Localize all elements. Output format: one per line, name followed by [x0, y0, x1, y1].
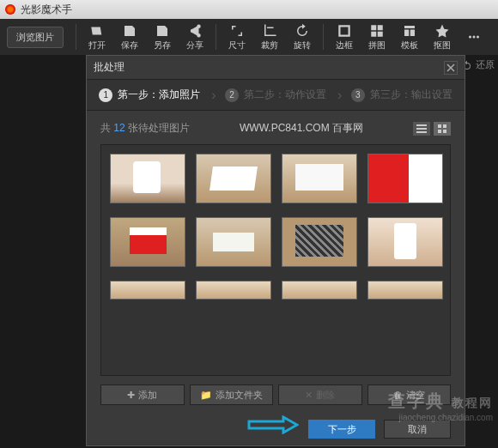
page-watermark: 查字典 教程网 jiaocheng.chazidian.com [388, 390, 493, 422]
svg-rect-3 [438, 124, 441, 128]
collage-button[interactable]: 拼图 [361, 21, 392, 53]
step-1[interactable]: 1第一步：添加照片 [87, 88, 213, 102]
folder-icon: 📁 [200, 390, 212, 401]
list-view-button[interactable] [413, 122, 430, 136]
thumbnail[interactable] [282, 281, 357, 300]
add-folder-button[interactable]: 📁添加文件夹 [190, 384, 274, 405]
close-icon [446, 64, 455, 72]
plus-icon: ✚ [127, 390, 135, 401]
grid-view-icon [438, 124, 446, 133]
saveas-button[interactable]: 另存 [147, 21, 178, 53]
restore-button[interactable]: 还原 [462, 58, 495, 71]
cutout-button[interactable]: 抠图 [427, 21, 458, 53]
open-icon [89, 23, 105, 39]
step-3: 3第三步：输出设置 [338, 88, 465, 102]
svg-point-1 [473, 35, 476, 38]
arrow-icon [247, 415, 299, 434]
main-toolbar: 浏览图片 打开 保存 另存 分享 尺寸 裁剪 旋转 边框 拼图 模板 抠图 [0, 19, 498, 55]
thumbnail[interactable] [282, 154, 357, 203]
border-button[interactable]: 边框 [329, 21, 360, 53]
saveas-icon [155, 23, 170, 39]
thumbnail[interactable] [196, 217, 271, 267]
save-button[interactable]: 保存 [114, 21, 145, 53]
border-icon [337, 23, 352, 39]
delete-icon: ✕ [305, 390, 313, 401]
batch-dialog: 批处理 1第一步：添加照片 2第二步：动作设置 3第三步：输出设置 共 12 张… [86, 55, 465, 446]
app-title: 光影魔术手 [21, 3, 72, 17]
svg-point-2 [477, 35, 479, 38]
crop-icon [262, 23, 277, 39]
dialog-title: 批处理 [94, 60, 125, 75]
view-toggle [413, 122, 451, 136]
cutout-icon [434, 23, 450, 39]
thumbnail[interactable] [196, 154, 271, 203]
save-icon [122, 23, 137, 39]
open-button[interactable]: 打开 [82, 21, 112, 53]
thumbnail[interactable] [367, 154, 443, 203]
delete-button[interactable]: ✕删除 [278, 384, 362, 405]
list-view-icon [416, 124, 427, 133]
info-row: 共 12 张待处理图片 WWW.PC841.COM 百事网 [100, 121, 451, 136]
svg-rect-5 [438, 130, 441, 133]
app-logo-icon [5, 4, 15, 15]
share-button[interactable]: 分享 [179, 21, 210, 53]
next-button[interactable]: 下一步 [308, 420, 375, 439]
annotation-arrow [247, 415, 299, 438]
wizard-steps: 1第一步：添加照片 2第二步：动作设置 3第三步：输出设置 [87, 80, 465, 111]
add-button[interactable]: ✚添加 [100, 384, 185, 405]
size-button[interactable]: 尺寸 [222, 21, 252, 53]
toolbar-divider [76, 24, 76, 50]
browse-images-button[interactable]: 浏览图片 [7, 27, 64, 48]
step-2: 2第二步：动作设置 [213, 88, 339, 102]
close-button[interactable] [444, 61, 458, 75]
window-titlebar: 光影魔术手 [0, 0, 498, 19]
site-watermark: WWW.PC841.COM 百事网 [240, 121, 363, 136]
crop-button[interactable]: 裁剪 [254, 21, 285, 53]
thumbnail[interactable] [367, 281, 443, 300]
image-count: 共 12 张待处理图片 [100, 121, 190, 136]
cancel-button[interactable]: 取消 [384, 420, 451, 439]
content-area: 还原 批处理 1第一步：添加照片 2第二步：动作设置 3第三步：输出设置 共 1… [0, 55, 498, 448]
more-button[interactable] [459, 27, 489, 47]
template-button[interactable]: 模板 [394, 21, 425, 53]
thumbnail[interactable] [282, 217, 357, 267]
grid-view-button[interactable] [434, 122, 451, 136]
thumbnail[interactable] [110, 217, 185, 267]
rotate-button[interactable]: 旋转 [287, 21, 318, 53]
share-icon [187, 23, 203, 39]
more-icon [466, 29, 482, 45]
toolbar-divider [216, 24, 216, 50]
svg-point-0 [469, 35, 471, 38]
svg-rect-4 [443, 124, 446, 128]
rotate-icon [295, 23, 310, 39]
thumbnail[interactable] [367, 217, 443, 267]
collage-icon [369, 23, 385, 39]
thumbnail[interactable] [196, 281, 271, 300]
toolbar-divider [323, 24, 324, 50]
thumbnail[interactable] [110, 154, 185, 203]
dialog-body: 共 12 张待处理图片 WWW.PC841.COM 百事网 [87, 111, 465, 415]
dialog-titlebar: 批处理 [87, 56, 465, 80]
dialog-footer: 下一步 取消 [308, 420, 451, 439]
svg-rect-6 [443, 130, 446, 133]
template-icon [402, 23, 417, 39]
thumbnail-area [100, 144, 451, 376]
thumbnail[interactable] [110, 281, 185, 300]
size-icon [229, 23, 245, 39]
